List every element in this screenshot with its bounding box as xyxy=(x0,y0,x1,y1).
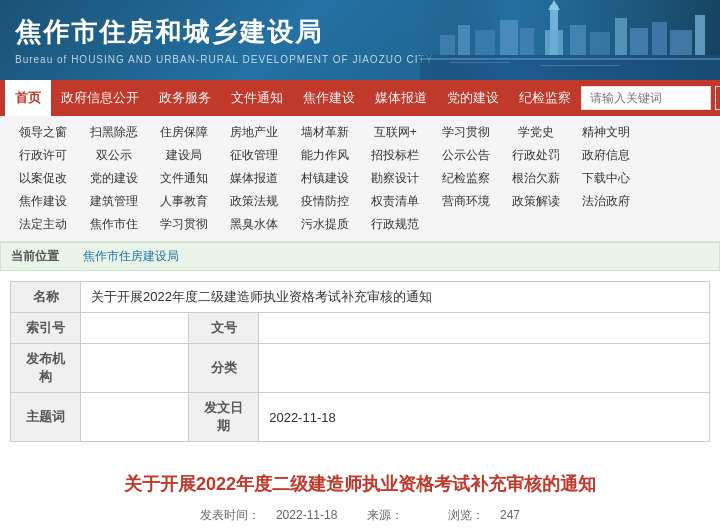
city-skyline-decoration xyxy=(420,0,720,80)
sub-nav-item[interactable]: 学党史 xyxy=(503,122,569,143)
sub-nav-item[interactable]: 人事教育 xyxy=(151,191,217,212)
sub-nav-item[interactable]: 法治政府 xyxy=(573,191,639,212)
field-label-docno: 文号 xyxy=(189,313,259,344)
sub-nav-item[interactable]: 领导之窗 xyxy=(10,122,76,143)
sub-nav-item[interactable]: 互联网+ xyxy=(362,122,428,143)
table-row: 索引号 文号 xyxy=(11,313,710,344)
document-info-table: 名称 关于开展2022年度二级建造师执业资格考试补充审核的通知 索引号 文号 发… xyxy=(10,281,710,442)
nav-item-docs[interactable]: 文件通知 xyxy=(221,80,293,116)
main-nav: 首页 政府信息公开 政务服务 文件通知 焦作建设 媒体报道 党的建设 纪检监察 … xyxy=(0,80,720,116)
nav-item-party[interactable]: 党的建设 xyxy=(437,80,509,116)
field-value-name: 关于开展2022年度二级建造师执业资格考试补充审核的通知 xyxy=(81,282,710,313)
publish-time-label: 发表时间： xyxy=(200,508,260,522)
sub-nav-item[interactable]: 勘察设计 xyxy=(362,168,428,189)
sub-nav-item[interactable]: 学习贯彻 xyxy=(151,214,217,235)
field-value-docno xyxy=(259,313,710,344)
table-row: 发布机构 分类 xyxy=(11,344,710,393)
sub-nav-item[interactable]: 能力作风 xyxy=(292,145,358,166)
field-label-date: 发文日期 xyxy=(189,393,259,442)
sub-nav-item[interactable]: 焦作市住 xyxy=(80,214,146,235)
sub-nav-item[interactable]: 法定主动 xyxy=(10,214,76,235)
sub-nav-item[interactable]: 政府信息 xyxy=(573,145,639,166)
sub-nav-item[interactable]: 污水提质 xyxy=(292,214,358,235)
breadcrumb-bar: 当前位置 焦作市住房建设局 xyxy=(0,242,720,271)
sub-nav-item[interactable]: 学习贯彻 xyxy=(432,122,498,143)
field-value-index xyxy=(81,313,189,344)
sub-nav-item[interactable]: 房地产业 xyxy=(221,122,287,143)
sub-nav-item[interactable]: 文件通知 xyxy=(151,168,217,189)
sub-nav-item[interactable] xyxy=(644,168,710,189)
sub-nav-item[interactable]: 征收管理 xyxy=(221,145,287,166)
svg-rect-13 xyxy=(630,28,648,55)
sub-nav-item[interactable]: 行政许可 xyxy=(10,145,76,166)
nav-item-construction[interactable]: 焦作建设 xyxy=(293,80,365,116)
views-label: 浏览： xyxy=(448,508,484,522)
search-input[interactable] xyxy=(581,86,711,110)
sub-nav-item[interactable]: 住房保障 xyxy=(151,122,217,143)
sub-nav-item[interactable] xyxy=(644,145,710,166)
sub-nav-item[interactable]: 纪检监察 xyxy=(432,168,498,189)
sub-nav-item[interactable]: 政策法规 xyxy=(221,191,287,212)
publish-time: 2022-11-18 xyxy=(276,508,337,522)
svg-rect-17 xyxy=(420,58,720,60)
site-title-cn: 焦作市住房和城乡建设局 xyxy=(15,15,433,50)
sub-nav-item[interactable]: 行政处罚 xyxy=(503,145,569,166)
sub-nav-item[interactable]: 双公示 xyxy=(80,145,146,166)
svg-rect-18 xyxy=(450,62,510,63)
sub-nav-item[interactable]: 营商环境 xyxy=(432,191,498,212)
sub-nav-item[interactable] xyxy=(644,191,710,212)
sub-nav-item[interactable]: 以案促改 xyxy=(10,168,76,189)
field-value-date: 2022-11-18 xyxy=(259,393,710,442)
sub-nav-item[interactable]: 焦作建设 xyxy=(10,191,76,212)
field-label-name: 名称 xyxy=(11,282,81,313)
sub-nav-item[interactable]: 建设局 xyxy=(151,145,217,166)
sub-nav-item[interactable] xyxy=(644,122,710,143)
field-label-org: 发布机构 xyxy=(11,344,81,393)
header-logo: 焦作市住房和城乡建设局 Bureau of HOUSING AND URBAN-… xyxy=(15,15,433,65)
svg-rect-11 xyxy=(590,32,610,55)
nav-item-services[interactable]: 政务服务 xyxy=(149,80,221,116)
nav-item-gov-info[interactable]: 政府信息公开 xyxy=(51,80,149,116)
sub-nav-item[interactable]: 精神文明 xyxy=(573,122,639,143)
svg-rect-15 xyxy=(670,30,692,55)
breadcrumb-link[interactable]: 焦作市住房建设局 xyxy=(83,248,179,265)
sub-nav-item[interactable]: 政策解读 xyxy=(503,191,569,212)
nav-item-home[interactable]: 首页 xyxy=(5,80,51,116)
search-button[interactable]: 搜索 xyxy=(715,86,720,110)
header-banner: 焦作市住房和城乡建设局 Bureau of HOUSING AND URBAN-… xyxy=(0,0,720,80)
sub-nav-item[interactable]: 疫情防控 xyxy=(292,191,358,212)
breadcrumb-separator xyxy=(65,248,77,265)
svg-rect-2 xyxy=(440,35,455,55)
field-value-category xyxy=(259,344,710,393)
nav-item-media[interactable]: 媒体报道 xyxy=(365,80,437,116)
content-area: 名称 关于开展2022年度二级建造师执业资格考试补充审核的通知 索引号 文号 发… xyxy=(0,281,720,532)
sub-nav-item[interactable]: 党的建设 xyxy=(80,168,146,189)
table-row: 主题词 发文日期 2022-11-18 xyxy=(11,393,710,442)
sub-nav-item[interactable]: 扫黑除恶 xyxy=(80,122,146,143)
field-value-org xyxy=(81,344,189,393)
views-count: 247 xyxy=(500,508,520,522)
sub-nav-item[interactable]: 公示公告 xyxy=(432,145,498,166)
sub-nav-item[interactable]: 根治欠薪 xyxy=(503,168,569,189)
table-row: 名称 关于开展2022年度二级建造师执业资格考试补充审核的通知 xyxy=(11,282,710,313)
nav-item-discipline[interactable]: 纪检监察 xyxy=(509,80,581,116)
search-area: 搜索 xyxy=(581,86,720,110)
svg-rect-4 xyxy=(475,30,495,55)
svg-rect-3 xyxy=(458,25,470,55)
sub-nav-item[interactable]: 墙材革新 xyxy=(292,122,358,143)
sub-nav-item[interactable]: 下载中心 xyxy=(573,168,639,189)
sub-nav-item[interactable]: 黑臭水体 xyxy=(221,214,287,235)
sub-nav-item[interactable]: 村镇建设 xyxy=(292,168,358,189)
svg-rect-10 xyxy=(570,25,586,55)
svg-rect-16 xyxy=(695,15,705,55)
svg-rect-19 xyxy=(540,65,620,66)
article-title: 关于开展2022年度二级建造师执业资格考试补充审核的通知 xyxy=(15,472,705,497)
sub-nav-item[interactable]: 建筑管理 xyxy=(80,191,146,212)
field-label-index: 索引号 xyxy=(11,313,81,344)
sub-nav-item[interactable]: 招投标栏 xyxy=(362,145,428,166)
sub-nav-item xyxy=(644,214,710,235)
sub-nav-item[interactable]: 媒体报道 xyxy=(221,168,287,189)
svg-rect-7 xyxy=(545,30,563,55)
sub-nav-item[interactable]: 行政规范 xyxy=(362,214,428,235)
sub-nav-item[interactable]: 权责清单 xyxy=(362,191,428,212)
